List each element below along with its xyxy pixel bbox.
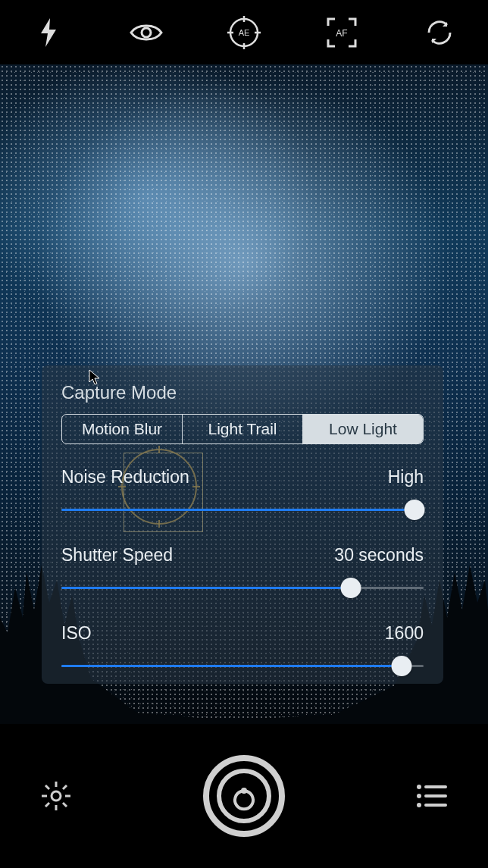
shutter-button[interactable] xyxy=(203,755,285,837)
svg-rect-19 xyxy=(424,785,447,788)
eye-icon xyxy=(130,22,163,43)
mode-low-light[interactable]: Low Light xyxy=(303,415,423,443)
iso-control: ISO 1600 xyxy=(61,623,424,678)
ae-target-icon: AE xyxy=(227,16,261,49)
svg-rect-21 xyxy=(424,794,447,797)
svg-line-13 xyxy=(45,785,49,789)
photo-list-button[interactable] xyxy=(414,778,450,814)
svg-text:AF: AF xyxy=(336,28,347,39)
noise-reduction-slider[interactable] xyxy=(61,498,424,522)
shutter-speed-slider[interactable] xyxy=(61,576,424,600)
timer-icon xyxy=(229,781,259,811)
list-icon xyxy=(415,783,449,809)
iso-label: ISO xyxy=(61,623,92,644)
shutter-inner-ring xyxy=(217,769,271,823)
svg-point-18 xyxy=(417,785,421,789)
noise-reduction-label: Noise Reduction xyxy=(61,467,189,487)
bottom-toolbar xyxy=(0,724,488,868)
af-bracket-icon: AF xyxy=(326,17,358,49)
svg-line-15 xyxy=(63,785,67,789)
mode-motion-blur[interactable]: Motion Blur xyxy=(62,415,183,443)
settings-button[interactable] xyxy=(38,778,74,814)
shutter-speed-label: Shutter Speed xyxy=(61,545,173,566)
flash-button[interactable] xyxy=(30,14,67,52)
svg-rect-23 xyxy=(424,804,447,807)
cycle-icon xyxy=(424,17,455,48)
capture-settings-panel: Capture Mode Motion Blur Light Trail Low… xyxy=(42,365,443,684)
svg-line-16 xyxy=(45,803,49,807)
af-bracket-button[interactable]: AF xyxy=(323,14,361,52)
svg-point-22 xyxy=(417,803,421,807)
svg-point-8 xyxy=(52,791,61,801)
svg-point-0 xyxy=(142,28,151,37)
capture-mode-segmented: Motion Blur Light Trail Low Light xyxy=(61,414,424,444)
svg-line-14 xyxy=(63,803,67,807)
svg-text:AE: AE xyxy=(239,28,250,37)
preview-eye-button[interactable] xyxy=(127,14,165,52)
panel-title: Capture Mode xyxy=(61,382,424,403)
mode-light-trail[interactable]: Light Trail xyxy=(183,415,303,443)
gear-icon xyxy=(39,779,73,813)
svg-point-20 xyxy=(417,794,421,798)
flash-icon xyxy=(39,18,58,47)
shutter-speed-control: Shutter Speed 30 seconds xyxy=(61,545,424,600)
noise-reduction-control: Noise Reduction High xyxy=(61,467,424,522)
camera-switch-button[interactable] xyxy=(421,14,458,52)
shutter-speed-value: 30 seconds xyxy=(334,545,424,566)
noise-reduction-value: High xyxy=(388,467,424,487)
iso-value: 1600 xyxy=(385,623,424,644)
iso-slider[interactable] xyxy=(61,654,424,678)
ae-target-button[interactable]: AE xyxy=(225,14,263,52)
top-toolbar: AE AF xyxy=(0,0,488,64)
